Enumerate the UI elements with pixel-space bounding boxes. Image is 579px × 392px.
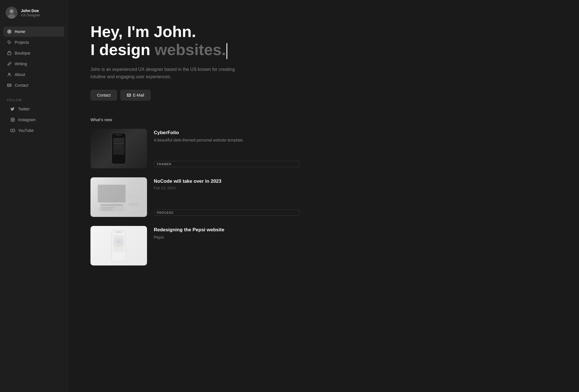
sidebar-item-boutique[interactable]: Boutique [3, 48, 64, 58]
main-nav: Home Projects Boutique [0, 27, 68, 90]
svg-rect-18 [114, 145, 122, 146]
sidebar-item-youtube-label: YouTube [18, 128, 34, 133]
hero-description: John is an experienced UX designer based… [90, 66, 237, 81]
youtube-icon [10, 128, 15, 133]
social-nav: Twitter Instagram [3, 104, 64, 136]
svg-rect-16 [113, 138, 124, 142]
profile-section: John Doe UX Designer [0, 7, 68, 27]
sidebar-item-projects[interactable]: Projects [3, 37, 64, 47]
svg-rect-28 [101, 210, 114, 211]
sidebar-item-about-label: About [15, 72, 25, 77]
svg-rect-26 [101, 207, 115, 208]
sidebar-item-writing-label: Writing [15, 62, 27, 66]
sidebar-item-contact-label: Contact [15, 83, 28, 88]
sidebar-item-twitter[interactable]: Twitter [7, 104, 61, 114]
hero-line2-highlight: websites. [155, 41, 226, 58]
svg-rect-27 [101, 208, 112, 209]
card-nocode-image [90, 177, 147, 217]
sidebar-item-twitter-label: Twitter [18, 107, 30, 111]
svg-rect-22 [100, 204, 123, 206]
svg-rect-12 [127, 94, 131, 96]
desk-mockup [95, 180, 143, 214]
twitter-icon [10, 106, 15, 112]
card-cyberfolio-tag: FRAMER [154, 161, 300, 167]
svg-rect-7 [8, 84, 11, 87]
sidebar-item-writing[interactable]: Writing [3, 59, 64, 69]
svg-point-10 [14, 119, 14, 119]
follow-label: FOLLOW [3, 98, 64, 102]
svg-point-2 [8, 14, 15, 19]
svg-point-6 [9, 73, 10, 75]
card-nocode-date: Feb 13, 2023 [154, 186, 300, 190]
contact-button[interactable]: Contact [90, 90, 117, 101]
card-cyberfolio-title: CyberFolio [154, 130, 300, 136]
svg-rect-24 [128, 194, 139, 201]
svg-point-3 [8, 30, 11, 33]
sidebar-item-instagram[interactable]: Instagram [7, 115, 61, 125]
sidebar-item-home-label: Home [15, 29, 25, 34]
svg-rect-25 [129, 203, 139, 206]
edit-icon [7, 61, 12, 66]
pepsi-mockup [107, 229, 130, 263]
tag-icon [7, 40, 12, 45]
card-pepsi-title: Redesigning the Pepsi website [154, 227, 300, 233]
card-cyberfolio-content: CyberFolio A beautiful dark-themed perso… [154, 129, 300, 168]
svg-rect-19 [114, 147, 123, 148]
sidebar: John Doe UX Designer Home Projects [0, 0, 68, 392]
sidebar-item-youtube[interactable]: YouTube [7, 125, 61, 136]
svg-point-4 [9, 31, 10, 32]
hero-title: Hey, I'm John. I design websites. [90, 23, 300, 59]
phone-mockup [107, 132, 130, 165]
hero-section: Hey, I'm John. I design websites. John i… [90, 23, 300, 101]
card-cyberfolio-image [90, 129, 147, 168]
sidebar-item-projects-label: Projects [15, 40, 29, 45]
card-pepsi[interactable]: Redesigning the Pepsi website Pepsi [90, 226, 300, 265]
instagram-icon [10, 117, 15, 122]
home-icon [7, 29, 12, 34]
card-nocode-content: NoCode will take over in 2023 Feb 13, 20… [154, 177, 300, 217]
whats-new-section: What's new CyberFolio A beautiful dark-t… [90, 117, 300, 265]
email-button-label: E-Mail [133, 93, 144, 97]
bag-icon [7, 51, 12, 56]
card-nocode-title: NoCode will take over in 2023 [154, 178, 300, 184]
card-cyberfolio-desc: A beautiful dark-themed personal website… [154, 137, 300, 143]
avatar [6, 7, 18, 19]
user-icon [7, 72, 12, 77]
svg-rect-21 [98, 185, 125, 202]
svg-rect-8 [11, 118, 14, 121]
card-nocode[interactable]: NoCode will take over in 2023 Feb 13, 20… [90, 177, 300, 217]
sidebar-item-about[interactable]: About [3, 69, 64, 80]
profile-name: John Doe [21, 8, 40, 13]
sidebar-item-instagram-label: Instagram [18, 117, 36, 122]
cursor-blink [226, 43, 227, 59]
svg-point-9 [12, 119, 14, 121]
follow-section: FOLLOW Twitter Instagra [0, 98, 68, 136]
svg-rect-5 [8, 52, 11, 55]
sidebar-item-home[interactable]: Home [3, 27, 64, 37]
svg-rect-30 [115, 232, 122, 232]
card-pepsi-image [90, 226, 147, 265]
sidebar-item-contact[interactable]: Contact [3, 80, 64, 90]
email-button[interactable]: E-Mail [120, 90, 151, 101]
sidebar-item-boutique-label: Boutique [15, 51, 30, 55]
mail-icon [7, 83, 12, 88]
card-cyberfolio[interactable]: CyberFolio A beautiful dark-themed perso… [90, 129, 300, 168]
whats-new-label: What's new [90, 117, 300, 122]
card-pepsi-desc: Pepsi [154, 234, 300, 240]
svg-rect-14 [115, 134, 122, 135]
profile-role: UX Designer [21, 13, 40, 17]
hero-line1: Hey, I'm John. [90, 23, 196, 40]
hero-buttons: Contact E-Mail [90, 90, 300, 101]
card-pepsi-content: Redesigning the Pepsi website Pepsi [154, 226, 300, 265]
card-nocode-tag: PROCESS [154, 210, 300, 216]
svg-rect-17 [114, 143, 124, 144]
profile-info: John Doe UX Designer [21, 8, 40, 17]
svg-point-1 [10, 9, 14, 13]
main-content: Hey, I'm John. I design websites. John i… [68, 0, 322, 392]
hero-line2-prefix: I design [90, 41, 155, 58]
email-icon [127, 93, 131, 97]
